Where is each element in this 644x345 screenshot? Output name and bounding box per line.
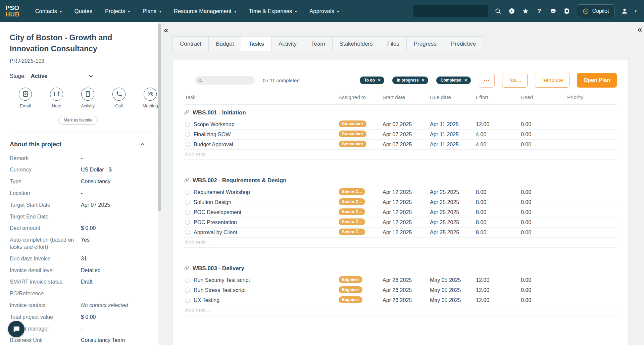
quick-action-call[interactable]: Call (103, 88, 135, 108)
task-row[interactable]: Scope WorkshopConsultantApr 07 2025Apr 1… (184, 119, 617, 130)
task-status-circle-icon[interactable] (185, 142, 190, 147)
chip-close-icon[interactable]: × (422, 78, 425, 83)
assignee-badge[interactable]: Senior C... (339, 218, 365, 225)
global-search-input[interactable] (413, 5, 488, 17)
task-start-date-cell: Apr 26 2025 (382, 277, 429, 283)
quick-action-activity[interactable]: Activity (72, 88, 103, 108)
copilot-button[interactable]: Copilot (577, 4, 615, 18)
user-avatar-icon[interactable] (621, 7, 628, 15)
navbar-item-plans[interactable]: Plans▾ (143, 8, 161, 14)
task-status-circle-icon[interactable] (185, 288, 190, 293)
filter-chip-to-do[interactable]: To do× (360, 77, 384, 84)
task-status-circle-icon[interactable] (185, 132, 190, 137)
chip-close-icon[interactable]: × (464, 78, 467, 83)
task-status-circle-icon[interactable] (185, 230, 190, 235)
task-row[interactable]: POC DevelopementSenior C...Apr 12 2025Ap… (184, 207, 617, 217)
stage-dropdown-chevron-icon[interactable] (88, 73, 94, 80)
task-row[interactable]: Solution DesignSenior C...Apr 12 2025Apr… (184, 197, 617, 207)
sidebar-scrollbar[interactable] (158, 22, 161, 345)
task-search-input[interactable] (205, 77, 252, 83)
task-row[interactable]: Approval by ClientSenior C...Apr 12 2025… (184, 228, 617, 238)
tab-activity[interactable]: Activity (271, 36, 304, 51)
filter-chip-completed[interactable]: Completed× (436, 77, 471, 84)
navbar-item-quotes[interactable]: Quotes (75, 8, 92, 14)
assignee-badge[interactable]: Senior C... (339, 188, 365, 195)
more-options-button[interactable]: ••• (479, 73, 495, 88)
task-row[interactable]: Finalizing SOWConsultantApr 07 2025Apr 1… (184, 130, 617, 140)
template-button[interactable]: Template (535, 73, 569, 88)
chevron-down-icon: ▾ (159, 10, 161, 13)
add-task-row[interactable]: Add task.... (184, 150, 617, 160)
open-plan-button[interactable]: Open Plan (577, 73, 617, 88)
navbar-item-time-expenses[interactable]: Time & Expenses▾ (249, 8, 297, 14)
assignee-badge[interactable]: Engineer (339, 296, 362, 303)
navbar-item-projects[interactable]: Projects▾ (105, 8, 130, 14)
about-section-header[interactable]: About this project (10, 141, 158, 148)
add-task-row[interactable]: Add task.... (184, 238, 617, 248)
task-status-circle-icon[interactable] (185, 278, 190, 283)
assignee-badge[interactable]: Consultant (339, 131, 366, 137)
tab-stakeholders[interactable]: Stakeholders (332, 36, 380, 51)
task-effort-cell: 8.00 (475, 199, 520, 205)
assignee-badge[interactable]: Engineer (339, 276, 362, 283)
help-icon[interactable]: ? (536, 7, 543, 15)
task-row[interactable]: Run Stress Test scriptEngineerApr 26 202… (184, 285, 617, 295)
task-search[interactable] (195, 76, 255, 85)
assignee-badge[interactable]: Senior C... (339, 229, 365, 235)
stage-value[interactable]: Active (31, 73, 48, 79)
stage-row: Stage: Active (10, 73, 94, 80)
tab-predictive[interactable]: Predictive (444, 36, 484, 51)
settings-gear-icon[interactable] (563, 7, 571, 15)
add-task-row[interactable]: Add task.... (184, 305, 617, 315)
tab-contract[interactable]: Contract (172, 36, 209, 51)
tab-budget[interactable]: Budget (208, 36, 241, 51)
quick-action-email[interactable]: Email (10, 88, 41, 108)
quick-action-note[interactable]: Note (41, 88, 72, 108)
about-collapse-chevron-icon[interactable] (139, 141, 145, 147)
assignee-badge[interactable]: Senior C... (339, 208, 365, 215)
task-row[interactable]: Run Security Test scriptEngineerApr 26 2… (184, 275, 617, 285)
assignee-badge[interactable]: Senior C... (339, 198, 365, 205)
user-menu-caret-icon[interactable]: ▾ (635, 9, 637, 13)
task-name-cell: Scope Workshop (184, 121, 338, 128)
chat-widget-button[interactable] (8, 321, 24, 337)
tab-files[interactable]: Files (380, 36, 407, 51)
tab-progress[interactable]: Progress (406, 36, 444, 51)
task-status-circle-icon[interactable] (185, 122, 190, 127)
task-status-circle-icon[interactable] (185, 220, 190, 225)
quick-action-meeting[interactable]: Meeting (135, 88, 158, 108)
assignee-badge[interactable]: Engineer (339, 286, 362, 293)
filter-chip-in-progress[interactable]: In progress× (392, 77, 428, 84)
sidebar-scrollbar-thumb[interactable] (158, 23, 161, 211)
task-effort-cell: 12.00 (475, 297, 520, 303)
collapse-sidebar-chevron-icon[interactable]: « (164, 26, 168, 34)
copilot-plus-icon (583, 8, 589, 14)
task-status-circle-icon[interactable] (185, 298, 190, 303)
navbar-item-contacts[interactable]: Contacts▾ (35, 8, 62, 14)
navbar-item-resource-management[interactable]: Resource Management▾ (174, 8, 236, 14)
plus-circle-icon[interactable] (508, 7, 515, 15)
task-row[interactable]: POC PresentationSenior C...Apr 12 2025Ap… (184, 217, 617, 228)
quick-actions: EmailNoteActivityCallMeeting (10, 88, 158, 108)
mark-favorite-button[interactable]: Mark as favorite (58, 116, 98, 125)
collapse-right-panel-chevron-icon[interactable]: « (638, 26, 642, 34)
tab-tasks[interactable]: Tasks (241, 36, 271, 51)
task-row[interactable]: UX TestingEngineerApr 26 2025May 05 2025… (184, 295, 617, 305)
tasks-dropdown-button[interactable]: Tas... (502, 73, 528, 88)
psohub-logo[interactable]: PSO HUB (5, 5, 20, 18)
task-status-circle-icon[interactable] (185, 190, 190, 195)
academy-cap-icon[interactable] (549, 7, 557, 15)
star-icon[interactable]: ★ (522, 7, 529, 15)
task-status-circle-icon[interactable] (185, 210, 190, 215)
search-icon[interactable] (494, 7, 502, 15)
assignee-badge[interactable]: Consultant (339, 120, 366, 127)
assignee-badge[interactable]: Consultant (339, 141, 366, 147)
tab-team[interactable]: Team (304, 36, 333, 51)
navbar-item-approvals[interactable]: Approvals▾ (309, 8, 339, 14)
task-row[interactable]: Requirement WorkshopSenior C...Apr 12 20… (184, 187, 617, 197)
chip-close-icon[interactable]: × (378, 78, 381, 83)
task-status-circle-icon[interactable] (185, 200, 190, 205)
about-field-row: Deal amount$ 0.00 (10, 223, 158, 234)
quick-action-label: Activity (81, 103, 95, 108)
task-row[interactable]: Budget ApprovalConsultantApr 07 2025Apr … (184, 140, 617, 150)
